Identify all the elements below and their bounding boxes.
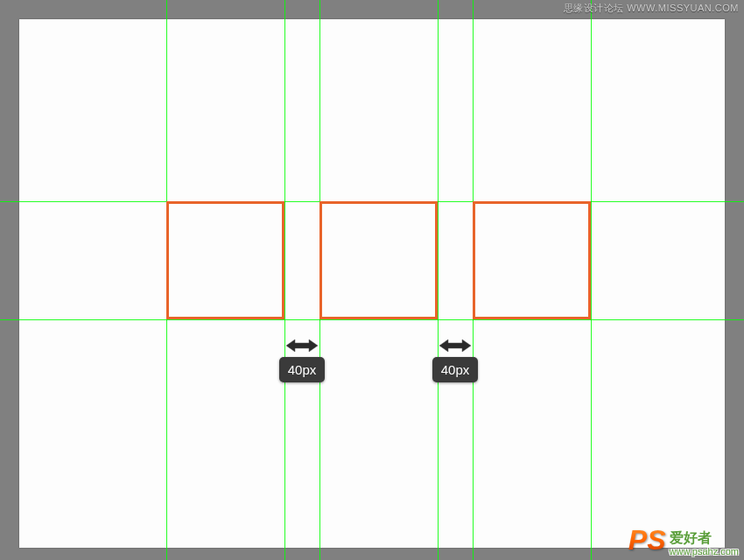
double-arrow-icon [284, 338, 319, 354]
watermark-url: www.psahz.com [670, 546, 739, 556]
watermark-top: 思缘设计论坛 WWW.MISSYUAN.COM [564, 2, 739, 15]
measurement-label: 40px [432, 357, 479, 382]
measurement-label: 40px [279, 357, 326, 382]
measurement-indicator: 40px [430, 338, 481, 382]
rectangle-shape[interactable] [319, 201, 438, 319]
guide-horizontal[interactable] [0, 319, 744, 320]
watermark-bottom: PS 爱好者 www.psahz.com [628, 524, 739, 556]
guide-vertical[interactable] [284, 0, 285, 560]
measurement-indicator: 40px [277, 338, 327, 382]
double-arrow-icon [438, 338, 473, 354]
watermark-cn-text: 爱好者 [670, 530, 712, 546]
watermark-logo: PS [628, 524, 666, 556]
guide-vertical[interactable] [438, 0, 439, 560]
rectangle-shape[interactable] [473, 201, 591, 319]
guide-vertical[interactable] [591, 0, 592, 560]
rectangle-shape[interactable] [166, 201, 284, 319]
